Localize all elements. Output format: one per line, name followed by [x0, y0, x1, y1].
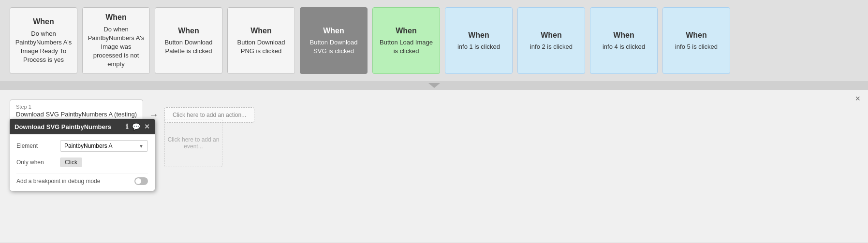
- divider-arrow: [428, 83, 440, 88]
- trigger-description: Button Download Palette is clicked: [160, 38, 217, 56]
- when-label: When: [541, 30, 562, 41]
- when-label: When: [396, 26, 417, 36]
- popup-comment-icon[interactable]: 💬: [132, 123, 140, 130]
- when-label: When: [105, 12, 127, 23]
- when-label: When: [33, 16, 54, 27]
- when-label: When: [323, 26, 344, 36]
- popup-title: Download SVG PaintbyNumbers: [15, 123, 111, 130]
- when-label: When: [178, 26, 199, 36]
- trigger-description: Button Download SVG is clicked: [305, 38, 362, 56]
- popup-info-icon[interactable]: ℹ: [126, 123, 128, 130]
- trigger-card-card-4[interactable]: WhenButton Download PNG is clicked: [227, 7, 295, 74]
- trigger-card-card-2[interactable]: WhenDo when PaintbyNumbers A's Image was…: [82, 7, 150, 74]
- add-event-area[interactable]: Click here to add an event...: [164, 119, 222, 167]
- trigger-description: Button Load Image is clicked: [378, 38, 435, 56]
- only-when-label: Only when: [16, 159, 60, 166]
- triggers-area: WhenDo when PaintbyNumbers A's Image Rea…: [0, 0, 868, 81]
- debug-toggle[interactable]: [134, 177, 148, 185]
- popup-header-icons: ℹ 💬 ✕: [126, 123, 150, 130]
- element-row: Element PaintbyNumbers A ▼: [16, 140, 148, 152]
- only-when-row: Only when Click: [16, 157, 148, 167]
- only-when-badge[interactable]: Click: [60, 157, 82, 167]
- popup-panel: Download SVG PaintbyNumbers ℹ 💬 ✕ Elemen…: [10, 119, 155, 191]
- element-select[interactable]: PaintbyNumbers A ▼: [60, 140, 148, 152]
- when-label: When: [250, 26, 272, 36]
- trigger-card-card-9[interactable]: Wheninfo 4 is clicked: [590, 7, 658, 74]
- trigger-description: info 2 is clicked: [530, 43, 573, 51]
- trigger-card-card-6[interactable]: WhenButton Load Image is clicked: [372, 7, 440, 74]
- trigger-card-card-8[interactable]: Wheninfo 2 is clicked: [517, 7, 585, 74]
- trigger-description: Button Download PNG is clicked: [233, 38, 290, 56]
- debug-row: Add a breakpoint in debug mode: [16, 173, 148, 185]
- trigger-card-card-3[interactable]: WhenButton Download Palette is clicked: [155, 7, 222, 74]
- trigger-description: Do when PaintbyNumbers A's Image Ready T…: [15, 29, 72, 65]
- element-select-arrow: ▼: [139, 143, 144, 149]
- popup-close-icon[interactable]: ✕: [144, 123, 150, 130]
- trigger-description: Do when PaintbyNumbers A's Image was pro…: [88, 25, 145, 69]
- trigger-card-card-7[interactable]: Wheninfo 1 is clicked: [445, 7, 513, 74]
- when-label: When: [613, 30, 634, 41]
- element-value: PaintbyNumbers A: [64, 143, 112, 149]
- divider-row: [0, 81, 868, 90]
- trigger-card-card-5[interactable]: WhenButton Download SVG is clicked: [300, 7, 368, 74]
- trigger-description: info 1 is clicked: [457, 43, 500, 51]
- trigger-description: info 5 is clicked: [675, 43, 718, 51]
- popup-header: Download SVG PaintbyNumbers ℹ 💬 ✕: [10, 119, 155, 134]
- step-title: Download SVG PaintbyNumbers A (testing): [16, 111, 137, 118]
- step-label: Step 1: [16, 104, 137, 110]
- workflow-area: × Step 1 Download SVG PaintbyNumbers A (…: [0, 90, 868, 242]
- trigger-card-card-10[interactable]: Wheninfo 5 is clicked: [662, 7, 730, 74]
- close-button[interactable]: ×: [855, 94, 860, 104]
- trigger-description: info 4 is clicked: [603, 43, 645, 51]
- element-label: Element: [16, 143, 60, 149]
- popup-body: Element PaintbyNumbers A ▼ Only when Cli…: [10, 134, 155, 191]
- when-label: When: [468, 30, 489, 41]
- trigger-card-card-1[interactable]: WhenDo when PaintbyNumbers A's Image Rea…: [10, 7, 77, 74]
- debug-label: Add a breakpoint in debug mode: [16, 178, 100, 185]
- when-label: When: [686, 30, 707, 41]
